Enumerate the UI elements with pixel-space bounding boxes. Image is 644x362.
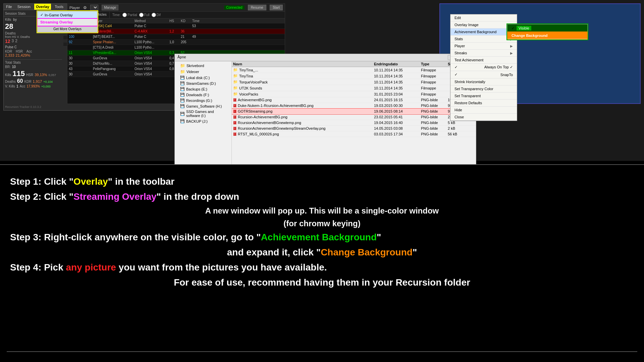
step3-text: Step 3: Right-click anywhere on the visi… <box>10 230 634 245</box>
total-deaths-val: 60 <box>17 78 23 84</box>
score-row: [CTS] A.Dredi L100 Pytho... <box>67 45 285 50</box>
partial-label: Partial <box>127 13 137 17</box>
player-name-6: VPresidentEa... <box>93 51 133 55</box>
deaths-v2: 2 <box>15 39 17 44</box>
file-row[interactable]: 🖼 Duke-Nukem-1-Rcursion-AchievementBG.pn… <box>232 103 476 109</box>
step4-text: Step 4: Pick any picture you want from t… <box>10 260 634 275</box>
player-settings-icon[interactable]: ⚙ <box>83 5 87 10</box>
ctx-player[interactable]: Player ▶ <box>450 43 517 50</box>
col-time: Time <box>192 19 212 23</box>
file-browser-content: 📁 Skrivebord 📁 Videoer 💾 Lokal disk (C:)… <box>175 61 476 171</box>
file-browser-title: Åpne <box>177 55 186 60</box>
col-name-header: Navn <box>233 62 374 66</box>
method-8: Orion VS54 <box>135 62 168 65</box>
file-list: Navn Endringsdato Type Størrelse 📁 TinyT… <box>232 61 476 171</box>
kdr-val: 2,333 <box>5 53 14 57</box>
time-3: 49 <box>192 35 212 39</box>
ctx-test-achievement[interactable]: Test Achievement <box>450 57 517 64</box>
ctx-set-transparency-color[interactable]: Set Transparency Color <box>450 85 517 93</box>
deaths-from-label: from HS V. Deaths <box>5 35 30 39</box>
acc-label: Acc <box>26 50 32 53</box>
ctx-hide[interactable]: Hide <box>450 107 517 114</box>
br-3: 100 <box>69 35 75 39</box>
file-row-selected[interactable]: 🖼 GOTRStreaming.png 19.06.2015 08:14PNG-… <box>232 109 476 114</box>
time-label: Time: <box>112 13 121 17</box>
time-dif-radio[interactable] <box>152 13 156 17</box>
deaths-section-label: Deaths <box>5 32 30 35</box>
player-select[interactable] <box>90 5 98 10</box>
tree-ssd-games[interactable]: 💾 SSD Games and software (I:) <box>175 109 231 118</box>
bottom-divider <box>7 351 637 352</box>
method-2: C-4 ARX <box>135 29 168 33</box>
score-row: 100 [MIT] BEAST... Pulse C 21 49 <box>67 34 285 40</box>
file-row[interactable]: 🖼 RTST_MLG_000026.png 03.03.2015 17:34PN… <box>232 131 476 137</box>
resume-button[interactable]: Resume <box>248 5 266 10</box>
total-kills-val: 115 <box>12 69 25 78</box>
file-row[interactable]: 🖼 AchievementBG.png 24.01.2015 16:15PNG-… <box>232 97 476 103</box>
tree-videoer[interactable]: 📁 Videoer <box>175 69 231 75</box>
ctx-close[interactable]: Close <box>450 114 517 121</box>
get-more-overlays[interactable]: Get More Overlays <box>38 26 97 32</box>
total-acc-diff: +0,000 <box>41 85 51 88</box>
game-header: Player ⚙ Manage Connected Resume Start <box>67 4 285 12</box>
total-acc-label: Acc <box>20 84 25 88</box>
menu-tools[interactable]: Tools <box>54 4 64 9</box>
tree-dowloads[interactable]: 💾 Dowloads (F:) <box>175 92 231 98</box>
total-hsr-label: HSR <box>26 73 33 77</box>
total-kdr-val: 1,917 <box>33 79 42 83</box>
time-full-radio[interactable] <box>139 13 144 17</box>
sub-visible[interactable]: ✓ Visible <box>507 24 587 32</box>
score-header: BR Cla Veh Player Method HS KD Time <box>67 18 285 23</box>
file-row[interactable]: 🖼 RcursionAchievementBGnewtempStreamOver… <box>232 126 476 131</box>
tree-steam-games[interactable]: 💾 SteamGames (D:) <box>175 80 231 86</box>
menu-overlay[interactable]: Overlay <box>35 4 50 9</box>
menu-session[interactable]: Session <box>16 4 32 9</box>
file-row[interactable]: 🖼 Rcursion-AchievementBG.png 23.02.2015 … <box>232 114 476 120</box>
ctx-set-transparent[interactable]: Set Transparent <box>450 93 517 100</box>
ctx-restore-defaults[interactable]: Restore Defaults <box>450 100 517 107</box>
menu-file[interactable]: File <box>5 4 13 9</box>
time-partial-radio[interactable] <box>122 13 127 17</box>
tree-lokal-disk[interactable]: 💾 Lokal disk (C:) <box>175 75 231 80</box>
manage-button[interactable]: Manage <box>102 5 118 10</box>
step2b-text: A new window will pop up. This will be a… <box>10 204 634 217</box>
tree-skrivebord[interactable]: 📁 Skrivebord <box>175 63 231 69</box>
file-tree: 📁 Skrivebord 📁 Videoer 💾 Lokal disk (C:)… <box>175 61 232 171</box>
total-vkills-val: 1 <box>16 84 18 88</box>
method-6: Orion VS54 <box>135 51 168 55</box>
tree-recordings[interactable]: 💾 Recordings (G:) <box>175 98 231 103</box>
file-row[interactable]: 📁 UT2K Sounds 10.11.2014 14:35Filmappe <box>232 85 476 91</box>
streaming-overlay-item[interactable]: Streaming Overlay <box>38 19 97 26</box>
file-row[interactable]: 📁 TinyTina_... 10.11.2014 14:35Filmappe <box>232 67 476 73</box>
player-label: Player <box>69 6 80 10</box>
ctx-snap-to[interactable]: SnapTo <box>450 71 517 78</box>
kills-label: Kills <box>5 18 11 21</box>
total-stats-title: Total Stats <box>5 61 62 64</box>
total-kills-label: Kills <box>5 73 11 77</box>
connected-badge: Connected <box>224 5 244 10</box>
file-row[interactable]: 📁 VoicePacks 31.01.2015 23:04Filmappe <box>232 91 476 97</box>
tree-backups[interactable]: 💾 Backups (E:) <box>175 86 231 92</box>
kills-value: 28 <box>5 22 13 31</box>
ctx-shrink-horizontally[interactable]: Shrink Horizontally <box>450 78 517 85</box>
step2-streaming-highlight: Streaming Overlay <box>73 191 156 202</box>
total-deaths-label: Deaths <box>5 80 16 83</box>
tree-games-software[interactable]: 💾 Games_Software (H:) <box>175 103 231 109</box>
step1-overlay-highlight: Overlay <box>73 176 108 187</box>
overlay-dropdown: ✓ In-Game Overlay Streaming Overlay Get … <box>37 11 98 33</box>
ctx-always-on-top[interactable]: Always On Top ✓ <box>450 64 517 71</box>
weapon-name: Pulse C <box>5 45 62 49</box>
tree-backup[interactable]: 💾 BACKUP (J:) <box>175 118 231 124</box>
hs-2: 1,2 <box>169 29 179 33</box>
file-row[interactable]: 📁 TinyTina 10.11.2014 14:35Filmappe <box>232 73 476 79</box>
total-hsr-diff: 0,057 <box>49 73 56 77</box>
ctx-edit[interactable]: Edit <box>450 14 517 21</box>
file-row[interactable]: 🖼 RcursionAchievementBGnewtemp.png 19.04… <box>232 120 476 126</box>
sub-change-background[interactable]: Change Background <box>507 32 587 39</box>
ctx-streaks[interactable]: Streaks ▶ <box>450 50 517 57</box>
file-row[interactable]: 📁 TorqueVoicePack 10.11.2014 14:35Filmap… <box>232 79 476 85</box>
method-7: Orion VS54 <box>135 56 168 60</box>
start-button[interactable]: Start <box>270 5 283 10</box>
in-game-overlay-item[interactable]: ✓ In-Game Overlay <box>38 11 97 19</box>
kd-2: 36 <box>181 29 191 33</box>
